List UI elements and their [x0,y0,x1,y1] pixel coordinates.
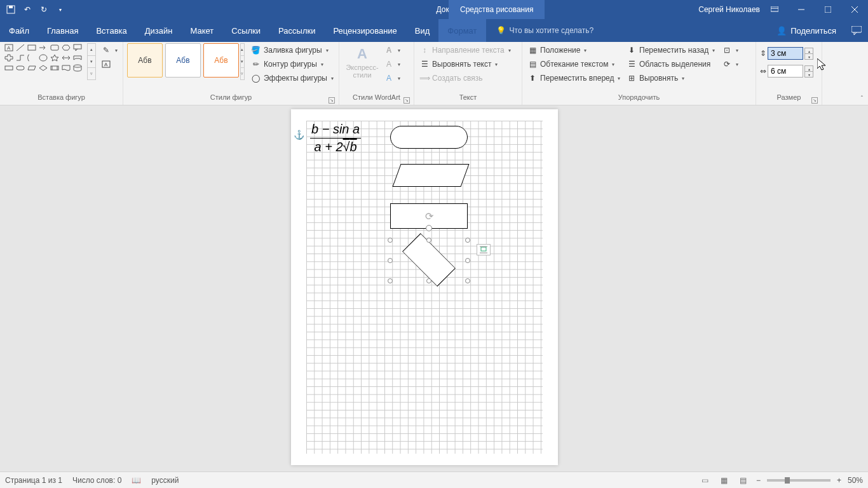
group-button[interactable]: ⊡▾ [721,44,740,56]
shape-predef-icon[interactable] [50,64,60,72]
share-button[interactable]: 👤 Поделиться [768,19,845,42]
document-area[interactable]: ⚓ b − sin a a + 2√b ⟳ [0,105,868,471]
shape-terminator[interactable] [390,126,468,149]
text-effects-button[interactable]: A▾ [383,72,402,84]
comments-pane-button[interactable] [845,19,868,42]
word-count[interactable]: Число слов: 0 [72,476,121,485]
zoom-slider[interactable] [767,479,831,482]
resize-handle-e[interactable] [465,258,470,263]
size-dialog-launcher[interactable]: ↘ [811,97,818,104]
resize-handle-sw[interactable] [388,278,393,283]
draw-textbox-button[interactable]: A [100,58,119,70]
tab-home[interactable]: Главная [38,19,87,42]
shape-banner-icon[interactable] [72,53,83,62]
close-button[interactable] [841,0,868,19]
align-text-button[interactable]: ☰Выровнять текст▾ [418,58,512,70]
tab-review[interactable]: Рецензирование [324,19,405,42]
collapse-ribbon-button[interactable]: ˆ [861,95,863,102]
web-layout-button[interactable]: ▤ [737,475,750,486]
minimize-button[interactable] [788,0,815,19]
tab-format[interactable]: Формат [438,19,485,42]
undo-button[interactable]: ↶ [20,3,34,17]
save-button[interactable] [4,3,18,17]
zoom-out-button[interactable]: − [756,476,761,485]
create-link-button[interactable]: ⟹Создать связь [418,72,512,84]
wrap-text-button[interactable]: ▤Обтекание текстом▾ [526,58,625,70]
tab-view[interactable]: Вид [406,19,439,42]
shape-effects-button[interactable]: ◯Эффекты фигуры▾ [250,72,335,84]
position-button[interactable]: ▦Положение▾ [526,44,625,56]
wordart-quick-styles-button[interactable]: A Экспресс-стили [343,43,381,81]
style-preset-3[interactable]: Абв [203,43,239,78]
shape-styles-dialog-launcher[interactable]: ↘ [329,97,335,104]
tab-references[interactable]: Ссылки [222,19,269,42]
shape-doublearrow-icon[interactable] [61,53,71,62]
height-spinner[interactable]: ▴▾ [804,48,813,59]
shape-arrow-icon[interactable] [38,43,48,52]
rotate-button[interactable]: ⟳▾ [721,58,740,70]
selection-pane-button[interactable]: ☰Область выделения [625,58,721,70]
shape-width-input[interactable]: ⇔ ▴▾ [760,65,813,78]
shape-roundrect-icon[interactable] [50,43,60,52]
text-fill-button[interactable]: A▾ [383,44,402,56]
resize-handle-s[interactable] [426,278,431,283]
tab-mailings[interactable]: Рассылки [269,19,324,42]
shape-oval-icon[interactable] [38,53,48,62]
tab-design[interactable]: Дизайн [136,19,182,42]
shape-data-icon[interactable] [27,64,37,72]
bring-forward-button[interactable]: ⬆Переместить вперед▾ [526,72,625,84]
shape-height-input[interactable]: ⇕ ▴▾ [760,47,813,60]
height-field[interactable] [768,47,803,60]
text-outline-button[interactable]: A▾ [383,58,402,70]
text-direction-button[interactable]: ↕Направление текста▾ [418,44,512,56]
shape-line-icon[interactable] [15,43,25,52]
edit-shape-button[interactable]: ✎▾ [100,44,119,56]
shape-plus-icon[interactable] [4,53,14,62]
align-button[interactable]: ⊞Выровнять▾ [625,72,721,84]
shape-styles-gallery[interactable]: Абв Абв Абв [127,43,239,78]
shapes-gallery-more[interactable]: ▴▾▿ [87,43,96,79]
wordart-dialog-launcher[interactable]: ↘ [403,97,410,104]
tell-me-box[interactable]: 💡 Что вы хотите сделать? [486,19,768,42]
zoom-in-button[interactable]: + [837,476,841,485]
style-preset-1[interactable]: Абв [127,43,163,78]
zoom-level[interactable]: 50% [848,476,863,485]
tab-layout[interactable]: Макет [181,19,222,42]
shape-cylinder-icon[interactable] [72,64,83,72]
send-backward-button[interactable]: ⬇Переместить назад▾ [625,44,721,56]
shape-styles-more[interactable]: ▴▾▿ [240,43,245,79]
resize-handle-ne[interactable] [465,238,470,243]
shape-textbox-icon[interactable]: A [4,43,14,52]
language-indicator[interactable]: русский [151,476,179,485]
shape-decision-icon[interactable] [38,64,48,72]
style-preset-2[interactable]: Абв [165,43,201,78]
shape-decision-selected[interactable] [390,240,468,281]
shapes-gallery[interactable]: A [4,43,87,74]
tab-insert[interactable]: Вставка [87,19,135,42]
shape-brace-icon[interactable] [27,53,37,62]
shape-parallelogram[interactable] [392,164,469,187]
shape-star-icon[interactable] [50,53,60,62]
shape-callout-icon[interactable] [72,43,83,52]
layout-options-button[interactable] [477,244,491,255]
shape-process-icon[interactable] [4,64,14,72]
shape-terminator-icon[interactable] [15,64,25,72]
qat-customize-button[interactable]: ▾ [53,3,67,17]
ribbon-display-button[interactable] [761,0,788,19]
page-indicator[interactable]: Страница 1 из 1 [5,476,62,485]
shape-rect-icon[interactable] [27,43,37,52]
shape-document-icon[interactable] [61,64,71,72]
rotation-handle[interactable] [426,225,432,231]
shape-outline-button[interactable]: ✏Контур фигуры▾ [250,58,335,70]
shape-connector-icon[interactable] [15,53,25,62]
tab-file[interactable]: Файл [0,19,38,42]
print-layout-button[interactable]: ▦ [718,475,731,486]
read-mode-button[interactable]: ▭ [699,475,712,486]
resize-handle-n[interactable] [426,238,431,243]
resize-handle-w[interactable] [388,258,393,263]
proofing-icon[interactable]: 📖 [132,476,141,485]
maximize-button[interactable] [815,0,841,19]
shape-hexagon-icon[interactable] [61,43,71,52]
redo-button[interactable]: ↻ [37,3,51,17]
resize-handle-nw[interactable] [388,238,393,243]
